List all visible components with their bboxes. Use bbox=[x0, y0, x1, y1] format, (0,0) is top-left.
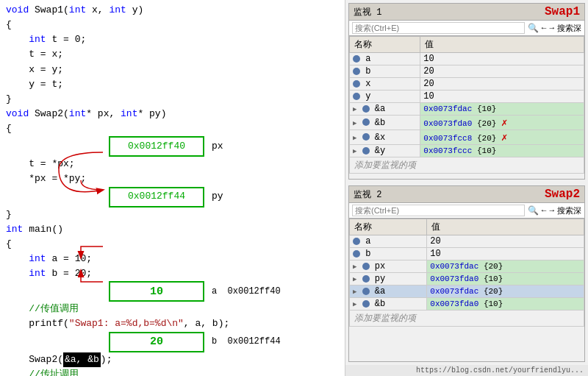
watch-search-bar-2[interactable]: 🔍 ← → 搜索深 bbox=[349, 203, 584, 219]
code-line-py: *py = t; 0x0012ff44 py bbox=[6, 187, 339, 207]
keyword: int bbox=[29, 253, 46, 264]
code-line-b-value: Swap2(&a, &b); 20 b 0x0012ff44 bbox=[6, 332, 339, 352]
row-value-cell: 0x0073fdac {20} bbox=[427, 285, 584, 298]
code-content: void Swap1(int x, int y) { int t = 0; t … bbox=[0, 0, 345, 376]
row-value-cell: 0x0073fccc {10} bbox=[420, 145, 584, 157]
code-line: t = *px; bbox=[6, 157, 339, 171]
red-cross: ✗ bbox=[501, 132, 507, 143]
address-value: 0x0073fdac bbox=[430, 287, 478, 296]
row-icon-cell: y bbox=[350, 91, 420, 103]
address-value: 0x0073fda0 bbox=[430, 299, 478, 308]
watch-title-2: 监视 2 bbox=[354, 188, 381, 201]
row-icon-cell: ▶ &b bbox=[350, 116, 420, 130]
string-literal: "Swap1: a=%d,b=%d\n" bbox=[69, 318, 184, 329]
row-icon-cell: b bbox=[350, 248, 427, 260]
code-line: { bbox=[6, 121, 339, 136]
search-nav-back-2[interactable]: ← bbox=[542, 206, 547, 215]
row-value-cell: 0x0073fda0 {10} bbox=[427, 298, 584, 311]
watch-col-name-1: 名称 bbox=[350, 37, 420, 53]
variable-icon bbox=[353, 250, 360, 258]
variable-icon bbox=[353, 238, 360, 245]
code-line: int t = 0; bbox=[6, 32, 339, 47]
pointer-icon bbox=[362, 275, 370, 283]
search-nav-fwd-2[interactable]: → bbox=[549, 206, 554, 215]
a-annotation: a 0x0012ff40 bbox=[212, 285, 281, 299]
watch-search-input-1[interactable] bbox=[352, 22, 525, 34]
comment: //传址调用 bbox=[29, 369, 79, 376]
pointer-icon bbox=[362, 288, 370, 295]
row-icon-cell: ▶ px bbox=[350, 260, 427, 273]
add-watch-row[interactable]: 添加要监视的项 bbox=[350, 157, 584, 174]
url-bar: https://blog.csdn.net/yourfriendlyu... bbox=[345, 365, 588, 376]
expand-icon: ▶ bbox=[353, 288, 356, 296]
watch-row: ▶ &b 0x0073fda0 {10} bbox=[350, 298, 584, 311]
code-line: void Swap1(int x, int y) bbox=[6, 3, 339, 18]
expand-icon: ▶ bbox=[353, 263, 356, 271]
a-value: 10 bbox=[150, 283, 163, 300]
pointer-icon bbox=[362, 147, 370, 155]
watch-row-selected: ▶ &a 0x0073fdac {20} bbox=[350, 285, 584, 298]
code-line-comment: //传值调用 bbox=[6, 302, 339, 316]
expand-icon: ▶ bbox=[353, 301, 356, 308]
watch-col-value-2: 值 bbox=[427, 219, 584, 235]
code-line-px: int t = 0; 0x0012ff40 px bbox=[6, 136, 339, 157]
watch-search-bar-1[interactable]: 🔍 ← → 搜索深 bbox=[349, 21, 584, 36]
watch-col-value-1: 值 bbox=[420, 37, 584, 53]
search-icon-2: 🔍 bbox=[528, 205, 539, 216]
code-text: ); bbox=[101, 352, 112, 367]
search-icon-1: 🔍 bbox=[528, 23, 539, 34]
right-panel: 监视 1 Swap1 🔍 ← → 搜索深 名称 值 a bbox=[345, 0, 588, 376]
watch-row: ▶ &y 0x0073fccc {10} bbox=[350, 145, 584, 157]
code-line: *px = *py; bbox=[6, 171, 339, 186]
code-line: } bbox=[6, 207, 339, 222]
row-icon-cell: a bbox=[350, 235, 427, 248]
watch-row: ▶ &b 0x0073fda0 {20} ✗ bbox=[350, 116, 584, 130]
swap1-label: Swap1 bbox=[545, 5, 580, 18]
search-nav-fwd-1[interactable]: → bbox=[549, 24, 554, 32]
watch-col-name-2: 名称 bbox=[350, 219, 427, 235]
add-watch-row-2[interactable]: 添加要监视的项 bbox=[350, 311, 584, 327]
row-value-cell: 0x0073fdac {20} bbox=[427, 260, 584, 273]
addr-highlight: &a, &b bbox=[63, 352, 101, 367]
row-value-cell: 20 bbox=[420, 78, 584, 91]
swap2-call-line: Swap2(&a, &b); bbox=[6, 352, 339, 367]
swap2-label: Swap2 bbox=[545, 188, 580, 201]
watch-title-bar-2: 监视 2 Swap2 bbox=[349, 186, 584, 203]
code-line: t = x; bbox=[6, 47, 339, 62]
code-line: { bbox=[6, 237, 339, 252]
expand-icon: ▶ bbox=[353, 276, 356, 283]
b-value-box: 20 bbox=[109, 332, 204, 352]
row-icon-cell: ▶ &a bbox=[350, 285, 427, 298]
row-icon-cell: a bbox=[350, 53, 420, 65]
code-line-a-value: Swap1(a, b); 10 a 0x0012ff40 bbox=[6, 281, 339, 302]
row-value-cell: 0x0073fcc8 {20} ✗ bbox=[420, 130, 584, 145]
code-line: int main() bbox=[6, 222, 339, 237]
red-cross: ✗ bbox=[501, 117, 507, 129]
pointer-icon bbox=[362, 263, 370, 270]
expand-icon: ▶ bbox=[353, 135, 356, 142]
code-line: y = t; bbox=[6, 77, 339, 92]
search-label-1: 搜索深 bbox=[557, 23, 581, 34]
watch-window-1: 监视 1 Swap1 🔍 ← → 搜索深 名称 值 a bbox=[348, 3, 585, 180]
keyword: void bbox=[6, 4, 29, 15]
code-line: void Swap2(int* px, int* py) bbox=[6, 107, 339, 121]
add-watch-label-2[interactable]: 添加要监视的项 bbox=[350, 311, 584, 327]
row-icon-cell: b bbox=[350, 65, 420, 78]
code-line: { bbox=[6, 18, 339, 32]
add-watch-label[interactable]: 添加要监视的项 bbox=[350, 157, 584, 174]
variable-icon bbox=[353, 93, 360, 100]
variable-icon bbox=[353, 55, 360, 63]
watch-row: ▶ py 0x0073fda0 {10} bbox=[350, 273, 584, 285]
b-annotation: b 0x0012ff44 bbox=[212, 335, 281, 349]
address-value: 0x0073fda0 bbox=[423, 119, 472, 128]
keyword: int bbox=[121, 108, 137, 119]
watch-row: ▶ px 0x0073fdac {20} bbox=[350, 260, 584, 273]
watch-inner-1: 名称 值 a 10 b 20 x 20 bbox=[349, 36, 584, 174]
code-line: printf("Swap1: a=%d,b=%d\n", a, b); bbox=[6, 316, 339, 331]
py-label: py bbox=[212, 189, 223, 204]
a-value-box: 10 bbox=[109, 281, 204, 302]
watch-search-input-2[interactable] bbox=[352, 205, 525, 216]
search-nav-back-1[interactable]: ← bbox=[542, 24, 547, 32]
row-value-cell: 0x0073fda0 {10} bbox=[427, 273, 584, 285]
row-value-cell: 10 bbox=[427, 248, 584, 260]
